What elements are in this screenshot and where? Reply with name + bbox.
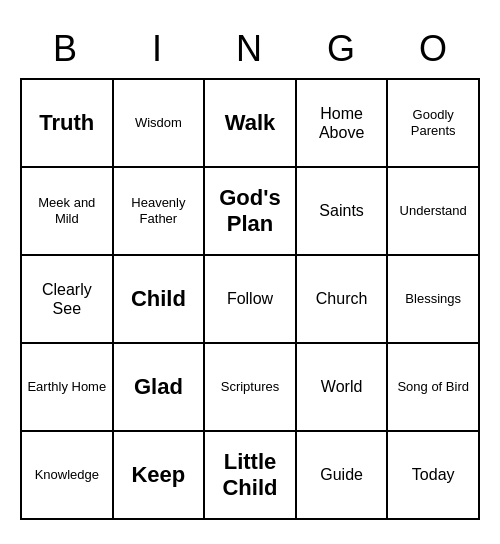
- header-letter: N: [204, 24, 296, 74]
- bingo-cell: Wisdom: [114, 80, 206, 168]
- bingo-cell: Truth: [22, 80, 114, 168]
- bingo-cell: Church: [297, 256, 389, 344]
- bingo-cell: Meek and Mild: [22, 168, 114, 256]
- bingo-grid: TruthWisdomWalkHome AboveGoodly ParentsM…: [20, 78, 480, 520]
- bingo-cell: Child: [114, 256, 206, 344]
- bingo-cell: World: [297, 344, 389, 432]
- bingo-cell: Saints: [297, 168, 389, 256]
- cell-text: Wisdom: [135, 115, 182, 131]
- bingo-card: BINGO TruthWisdomWalkHome AboveGoodly Pa…: [10, 14, 490, 530]
- header-letter: I: [112, 24, 204, 74]
- bingo-cell: Understand: [388, 168, 480, 256]
- cell-text: Glad: [134, 374, 183, 400]
- header-letter: B: [20, 24, 112, 74]
- bingo-cell: Blessings: [388, 256, 480, 344]
- cell-text: Clearly See: [26, 280, 108, 318]
- cell-text: Understand: [400, 203, 467, 219]
- cell-text: Child: [131, 286, 186, 312]
- bingo-cell: Song of Bird: [388, 344, 480, 432]
- bingo-header: BINGO: [20, 24, 480, 74]
- cell-text: Today: [412, 465, 455, 484]
- bingo-cell: Scriptures: [205, 344, 297, 432]
- cell-text: Walk: [225, 110, 276, 136]
- bingo-cell: Little Child: [205, 432, 297, 520]
- cell-text: Truth: [39, 110, 94, 136]
- cell-text: Song of Bird: [397, 379, 469, 395]
- header-letter: O: [388, 24, 480, 74]
- bingo-cell: Heavenly Father: [114, 168, 206, 256]
- bingo-cell: Knowledge: [22, 432, 114, 520]
- cell-text: Meek and Mild: [26, 195, 108, 226]
- cell-text: Blessings: [405, 291, 461, 307]
- bingo-cell: Walk: [205, 80, 297, 168]
- cell-text: Keep: [131, 462, 185, 488]
- cell-text: God's Plan: [209, 185, 291, 238]
- cell-text: Earthly Home: [27, 379, 106, 395]
- cell-text: Scriptures: [221, 379, 280, 395]
- bingo-cell: Follow: [205, 256, 297, 344]
- cell-text: Heavenly Father: [118, 195, 200, 226]
- cell-text: Goodly Parents: [392, 107, 474, 138]
- cell-text: Saints: [319, 201, 363, 220]
- bingo-cell: Today: [388, 432, 480, 520]
- bingo-cell: God's Plan: [205, 168, 297, 256]
- bingo-cell: Clearly See: [22, 256, 114, 344]
- cell-text: Home Above: [301, 104, 383, 142]
- cell-text: World: [321, 377, 363, 396]
- cell-text: Follow: [227, 289, 273, 308]
- bingo-cell: Home Above: [297, 80, 389, 168]
- bingo-cell: Guide: [297, 432, 389, 520]
- bingo-cell: Earthly Home: [22, 344, 114, 432]
- bingo-cell: Goodly Parents: [388, 80, 480, 168]
- cell-text: Knowledge: [35, 467, 99, 483]
- header-letter: G: [296, 24, 388, 74]
- bingo-cell: Glad: [114, 344, 206, 432]
- cell-text: Little Child: [209, 449, 291, 502]
- bingo-cell: Keep: [114, 432, 206, 520]
- cell-text: Church: [316, 289, 368, 308]
- cell-text: Guide: [320, 465, 363, 484]
